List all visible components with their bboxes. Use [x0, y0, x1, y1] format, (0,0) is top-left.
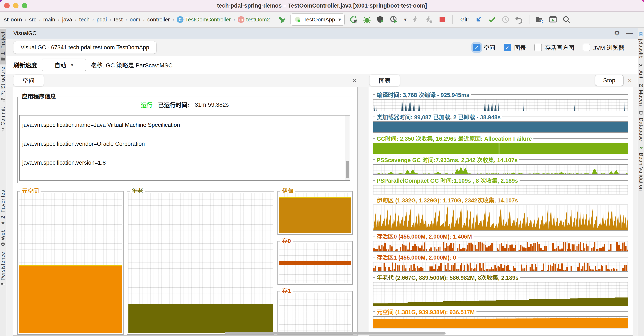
gc-chart-label: PSParallelCompact GC 时间:1.109s , 8 次收集, …	[375, 176, 520, 184]
run-configuration-label: TestOomApp	[304, 16, 335, 23]
stripe-item-jclasslib[interactable]: jclasslib	[638, 29, 644, 61]
profiler-button[interactable]	[389, 15, 398, 24]
stripe-item-label: 1: Project	[0, 31, 6, 55]
jclasslib-icon	[638, 31, 644, 37]
gear-icon[interactable]: ⚙	[614, 29, 620, 37]
stripe-item-ant[interactable]: Ant	[638, 61, 644, 81]
breadcrumb-item[interactable]: st-oom	[4, 16, 22, 23]
breadcrumb-method-item[interactable]: mtestOom2	[238, 16, 270, 23]
visualgc-session-tab[interactable]: Visual GC - 67341 tech.pdai.test.oom.Tes…	[14, 41, 156, 53]
gc-chart-svg	[373, 241, 628, 251]
profiler-caret-icon[interactable]: ▾	[404, 16, 406, 22]
gc-chart-label: 存活区0 (455.000M, 2.000M): 1.406M	[375, 232, 474, 240]
zoom-window-button[interactable]	[22, 3, 27, 8]
git-commit-button[interactable]	[488, 15, 497, 24]
build-hammer-icon[interactable]	[277, 15, 286, 24]
breadcrumb-item[interactable]: main	[43, 16, 55, 23]
breadcrumb-item[interactable]: controller	[147, 16, 170, 23]
checkbox-box[interactable]: ✓	[473, 44, 480, 51]
horizontal-scrollbar[interactable]	[225, 332, 446, 335]
search-everywhere-icon[interactable]	[562, 15, 571, 24]
checkbox-存活直方图[interactable]: 存活直方图	[534, 43, 574, 52]
close-window-button[interactable]	[4, 3, 10, 8]
space-chart-grid	[279, 193, 351, 233]
gc-chart-row: 编译时间: 3,768 次编译 - 925.945ms	[373, 91, 628, 111]
eden-survivor-column: 伊甸存0存1	[278, 191, 353, 335]
stripe-item-web[interactable]: Web	[0, 227, 6, 250]
stripe-item-database[interactable]: Database	[638, 108, 644, 143]
rollback-button[interactable]	[514, 15, 524, 24]
gc-chart-row: 存活区1 (455.000M, 2.000M): 0	[373, 253, 628, 272]
maven-icon: m	[638, 83, 643, 88]
gc-chart-header: 存活区1 (455.000M, 2.000M): 0	[373, 253, 628, 261]
stop-monitor-button[interactable]: Stop	[595, 75, 624, 86]
tab-spaces[interactable]: 空间	[14, 75, 44, 86]
project-icon	[0, 56, 6, 62]
rerun-button[interactable]	[349, 15, 358, 24]
application-info-group: 应用程序信息 运行 已运行时间: 31m 59.382s java.vm.spe…	[17, 97, 352, 183]
minimize-toolwindow-icon[interactable]: —	[626, 30, 633, 37]
space-chart-元空间: 元空间	[17, 191, 124, 335]
breadcrumb-item[interactable]: src	[29, 16, 36, 23]
gc-chart-svg	[373, 143, 628, 154]
checkbox-label: 图表	[514, 43, 526, 52]
stripe-item-bean-validation[interactable]: Bean Validation	[638, 143, 644, 193]
stripe-item-7-structure[interactable]: 7: Structure	[0, 64, 6, 105]
breadcrumb-item[interactable]: test	[114, 16, 123, 23]
run-configuration-select[interactable]: TestOomApp ▾	[290, 13, 345, 26]
debug-button[interactable]	[362, 15, 372, 24]
stripe-item-commit[interactable]: Commit	[0, 105, 6, 135]
stripe-item-label: 7: Structure	[0, 66, 6, 95]
ide-window: tech-pdai-spring-demos – TestOomControll…	[0, 0, 644, 336]
run-with-coverage-button[interactable]	[376, 15, 385, 24]
stripe-item-maven[interactable]: mMaven	[638, 81, 644, 108]
scrollbar-thumb[interactable]	[346, 161, 349, 178]
stripe-item-2-favorites[interactable]: 2: Favorites★	[0, 188, 6, 227]
macos-traffic-lights	[4, 3, 27, 8]
space-chart-fill	[279, 198, 351, 233]
close-icon[interactable]: ×	[626, 77, 633, 84]
toolbar-actions: TestOomApp ▾ ▾	[277, 13, 571, 26]
checkbox-图表[interactable]: ✓图表	[504, 43, 526, 52]
tab-graphs[interactable]: 图表	[370, 75, 400, 86]
project-structure-button[interactable]	[535, 15, 544, 24]
gc-chart-row: 类加载器时间: 99,087 已加载, 2 已卸载 - 38.948s	[373, 113, 628, 133]
space-chart-hbar	[279, 261, 351, 265]
run-anything-button[interactable]	[548, 15, 558, 24]
minimize-window-button[interactable]	[13, 3, 18, 8]
breadcrumb-item[interactable]: java	[62, 16, 72, 23]
vertical-scrollbar[interactable]	[345, 115, 350, 180]
gc-chart-row: 元空间 (1.381G, 939.938M): 936.517M	[373, 308, 628, 329]
gc-chart-svg	[373, 317, 628, 328]
checkbox-box[interactable]	[583, 44, 590, 51]
visualgc-tab-row: Visual GC - 67341 tech.pdai.test.oom.Tes…	[6, 39, 638, 56]
uptime-value: 31m 59.382s	[195, 101, 229, 108]
checkbox-空间[interactable]: ✓空间	[473, 43, 495, 52]
stripe-item-label: Ant	[638, 70, 644, 78]
toolbar-separator	[452, 15, 453, 24]
breadcrumb-class-item[interactable]: CTestOomController	[177, 16, 231, 23]
chevron-down-icon: ▾	[71, 62, 73, 68]
stop-button[interactable]	[438, 15, 447, 24]
toolwindow-title: VisualGC	[14, 30, 36, 36]
space-chart-年老: 年老	[127, 191, 274, 335]
close-icon[interactable]: ×	[351, 77, 358, 84]
spring-boot-icon	[294, 16, 302, 23]
checkbox-JVM 浏览器[interactable]: JVM 浏览器	[583, 43, 624, 52]
jvm-properties-textarea[interactable]: java.vm.specification.name=Java Virtual …	[19, 115, 350, 181]
breadcrumb-item[interactable]: oom	[130, 16, 140, 23]
method-icon: m	[238, 16, 244, 23]
checkbox-box[interactable]: ✓	[504, 44, 511, 51]
gc-chart-header: GC时间: 2,350 次收集, 16.296s 最近原因: Allocatio…	[373, 134, 628, 142]
space-chart-grid	[279, 293, 351, 333]
git-update-button[interactable]	[474, 15, 483, 24]
stripe-item-label: Maven	[638, 90, 644, 106]
checkbox-box[interactable]	[534, 44, 542, 51]
stripe-item-1-project[interactable]: 1: Project	[0, 29, 6, 64]
breadcrumb-item[interactable]: pdai	[96, 16, 107, 23]
gc-chart-svg	[373, 262, 628, 271]
stripe-item-persistence[interactable]: Persistence	[0, 250, 6, 290]
breadcrumb-item[interactable]: tech	[79, 16, 90, 23]
refresh-rate-select[interactable]: 自动 ▾	[42, 59, 86, 71]
breadcrumb-separator-icon: ›	[233, 16, 235, 23]
